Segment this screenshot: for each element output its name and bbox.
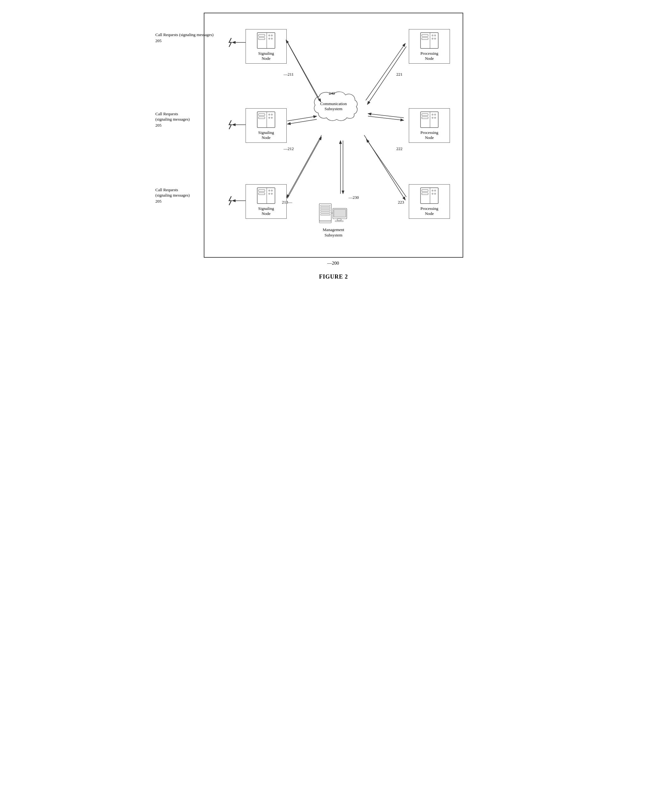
page-container: Call Requests (signaling messages) 205 C… [204, 13, 463, 280]
ref-230: —230 [349, 195, 359, 200]
svg-text:Subsystem: Subsystem [325, 106, 342, 111]
server-icon-sn1 [256, 32, 276, 49]
mgmt-icon [318, 202, 349, 227]
diagram-border: Call Requests (signaling messages) 205 C… [204, 13, 463, 258]
svg-rect-56 [319, 221, 331, 223]
signaling-node-1: SignalingNode [246, 29, 287, 64]
cr2-ref: 205 [155, 123, 190, 128]
processing-node-3: ProcessingNode [409, 184, 450, 219]
processing-node-2: ProcessingNode [409, 108, 450, 143]
svg-text:Communication: Communication [320, 101, 347, 106]
server-icon-pn3 [419, 187, 440, 204]
figure-caption: FIGURE 2 [204, 273, 463, 280]
ref-221: 221 [397, 72, 403, 77]
server-icon-sn3 [256, 187, 276, 204]
sn3-label: SignalingNode [258, 206, 274, 216]
svg-rect-59 [337, 219, 341, 221]
cr1-ref: 205 [155, 38, 214, 43]
signaling-node-3: SignalingNode [246, 184, 287, 219]
svg-rect-50 [319, 203, 331, 221]
call-request-1: Call Requests (signaling messages) 205 [155, 32, 214, 43]
processing-node-1: ProcessingNode [409, 29, 450, 64]
pn3-label: ProcessingNode [420, 206, 438, 216]
ref-213: 213— [282, 200, 292, 205]
diagram-inner: Call Requests (signaling messages) 205 C… [214, 23, 453, 245]
svg-line-70 [368, 116, 404, 120]
cr3-ref: 205 [155, 199, 190, 204]
call-request-2: Call Requests(signaling messages) 205 [155, 111, 190, 128]
server-icon-sn2 [256, 111, 276, 128]
cr1-label: Call Requests (signaling messages) [155, 32, 214, 38]
ref-212: —212 [284, 146, 294, 151]
mgmt-subsystem: —230 Mana [318, 202, 349, 238]
svg-rect-58 [334, 209, 346, 217]
ref-222: 222 [397, 146, 403, 151]
sn2-label: SignalingNode [258, 130, 274, 141]
pn1-label: ProcessingNode [420, 51, 438, 62]
ref-240: 240 [329, 91, 335, 96]
ref-223: 223 [398, 200, 404, 205]
ref-211: —211 [284, 72, 294, 77]
sn1-label: SignalingNode [258, 51, 274, 62]
svg-line-72 [364, 135, 405, 200]
server-icon-pn2 [419, 111, 440, 128]
ref-200: —200 [327, 261, 339, 266]
call-request-3: Call Requests(signaling messages) 205 [155, 187, 190, 204]
signaling-node-2: SignalingNode [246, 108, 287, 143]
server-icon-pn1 [419, 32, 440, 49]
svg-line-71 [368, 114, 404, 118]
pn2-label: ProcessingNode [420, 130, 438, 141]
mgmt-label: ManagementSubsystem [323, 227, 344, 238]
cr2-label: Call Requests(signaling messages) [155, 111, 190, 122]
cr3-label: Call Requests(signaling messages) [155, 187, 190, 198]
svg-line-75 [287, 135, 322, 198]
